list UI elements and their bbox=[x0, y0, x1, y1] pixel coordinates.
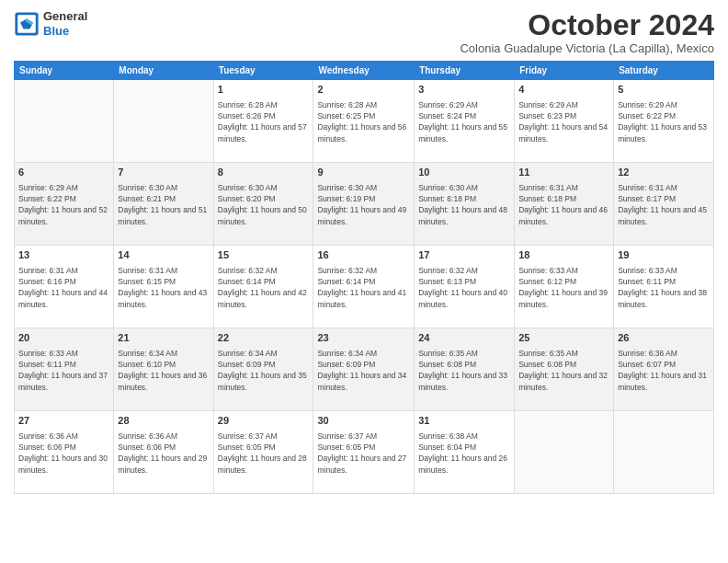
day-number: 1 bbox=[218, 83, 310, 97]
day-number: 26 bbox=[618, 331, 710, 345]
calendar: Sunday Monday Tuesday Wednesday Thursday… bbox=[14, 61, 714, 494]
logo-blue: Blue bbox=[43, 24, 87, 39]
logo-general: General bbox=[43, 9, 87, 24]
col-friday: Friday bbox=[515, 62, 614, 80]
table-row: 19Sunrise: 6:33 AMSunset: 6:11 PMDayligh… bbox=[614, 246, 714, 328]
day-info: Sunrise: 6:34 AMSunset: 6:10 PMDaylight:… bbox=[118, 348, 209, 393]
logo: General Blue bbox=[14, 9, 87, 38]
table-row: 27Sunrise: 6:36 AMSunset: 6:06 PMDayligh… bbox=[15, 411, 114, 494]
day-info: Sunrise: 6:28 AMSunset: 6:26 PMDaylight:… bbox=[218, 99, 310, 144]
day-number: 5 bbox=[618, 83, 710, 97]
day-number: 6 bbox=[18, 166, 109, 179]
day-number: 10 bbox=[418, 166, 510, 179]
table-row: 6Sunrise: 6:29 AMSunset: 6:22 PMDaylight… bbox=[15, 163, 114, 246]
table-row bbox=[15, 80, 114, 163]
day-number: 21 bbox=[118, 331, 209, 345]
col-thursday: Thursday bbox=[415, 62, 515, 80]
calendar-header-row: Sunday Monday Tuesday Wednesday Thursday… bbox=[15, 62, 714, 80]
day-info: Sunrise: 6:29 AMSunset: 6:22 PMDaylight:… bbox=[18, 182, 109, 227]
table-row: 18Sunrise: 6:33 AMSunset: 6:12 PMDayligh… bbox=[515, 246, 614, 328]
day-info: Sunrise: 6:32 AMSunset: 6:14 PMDaylight:… bbox=[317, 265, 410, 310]
table-row: 12Sunrise: 6:31 AMSunset: 6:17 PMDayligh… bbox=[614, 163, 714, 246]
month-title: October 2024 bbox=[460, 9, 714, 41]
header: General Blue October 2024 Colonia Guadal… bbox=[14, 9, 714, 55]
table-row: 28Sunrise: 6:36 AMSunset: 6:06 PMDayligh… bbox=[114, 411, 213, 494]
table-row: 1Sunrise: 6:28 AMSunset: 6:26 PMDaylight… bbox=[213, 80, 313, 163]
day-info: Sunrise: 6:35 AMSunset: 6:08 PMDaylight:… bbox=[418, 348, 510, 393]
day-number: 8 bbox=[218, 166, 310, 179]
day-number: 20 bbox=[18, 331, 109, 345]
day-number: 25 bbox=[518, 331, 609, 345]
table-row: 5Sunrise: 6:29 AMSunset: 6:22 PMDaylight… bbox=[614, 80, 714, 163]
table-row: 29Sunrise: 6:37 AMSunset: 6:05 PMDayligh… bbox=[213, 411, 313, 494]
day-info: Sunrise: 6:31 AMSunset: 6:18 PMDaylight:… bbox=[518, 182, 609, 227]
col-saturday: Saturday bbox=[614, 62, 714, 80]
day-number: 15 bbox=[218, 248, 310, 262]
day-info: Sunrise: 6:33 AMSunset: 6:11 PMDaylight:… bbox=[18, 348, 109, 393]
table-row: 9Sunrise: 6:30 AMSunset: 6:19 PMDaylight… bbox=[313, 163, 415, 246]
day-number: 29 bbox=[218, 414, 310, 428]
day-info: Sunrise: 6:28 AMSunset: 6:25 PMDaylight:… bbox=[317, 99, 410, 144]
table-row: 31Sunrise: 6:38 AMSunset: 6:04 PMDayligh… bbox=[415, 411, 515, 494]
day-number: 16 bbox=[317, 248, 410, 262]
page: General Blue October 2024 Colonia Guadal… bbox=[0, 0, 728, 563]
day-number: 3 bbox=[418, 83, 510, 97]
day-info: Sunrise: 6:36 AMSunset: 6:06 PMDaylight:… bbox=[18, 431, 109, 476]
col-monday: Monday bbox=[114, 62, 213, 80]
col-tuesday: Tuesday bbox=[213, 62, 313, 80]
day-number: 19 bbox=[618, 248, 710, 262]
table-row: 14Sunrise: 6:31 AMSunset: 6:15 PMDayligh… bbox=[114, 246, 213, 328]
day-number: 18 bbox=[518, 248, 609, 262]
day-number: 31 bbox=[418, 414, 510, 428]
calendar-week-row: 1Sunrise: 6:28 AMSunset: 6:26 PMDaylight… bbox=[15, 80, 714, 163]
table-row: 11Sunrise: 6:31 AMSunset: 6:18 PMDayligh… bbox=[515, 163, 614, 246]
calendar-week-row: 27Sunrise: 6:36 AMSunset: 6:06 PMDayligh… bbox=[15, 411, 714, 494]
day-info: Sunrise: 6:35 AMSunset: 6:08 PMDaylight:… bbox=[518, 348, 609, 393]
table-row bbox=[614, 411, 714, 494]
day-number: 2 bbox=[317, 83, 410, 97]
col-sunday: Sunday bbox=[15, 62, 114, 80]
day-number: 23 bbox=[317, 331, 410, 345]
day-info: Sunrise: 6:30 AMSunset: 6:21 PMDaylight:… bbox=[118, 182, 209, 227]
calendar-week-row: 6Sunrise: 6:29 AMSunset: 6:22 PMDaylight… bbox=[15, 163, 714, 246]
day-number: 24 bbox=[418, 331, 510, 345]
day-number: 13 bbox=[18, 248, 109, 262]
day-info: Sunrise: 6:32 AMSunset: 6:13 PMDaylight:… bbox=[418, 265, 510, 310]
table-row: 7Sunrise: 6:30 AMSunset: 6:21 PMDaylight… bbox=[114, 163, 213, 246]
day-number: 30 bbox=[317, 414, 410, 428]
table-row: 22Sunrise: 6:34 AMSunset: 6:09 PMDayligh… bbox=[213, 328, 313, 411]
table-row: 17Sunrise: 6:32 AMSunset: 6:13 PMDayligh… bbox=[415, 246, 515, 328]
table-row bbox=[515, 411, 614, 494]
day-number: 22 bbox=[218, 331, 310, 345]
day-number: 12 bbox=[618, 166, 710, 179]
day-info: Sunrise: 6:33 AMSunset: 6:11 PMDaylight:… bbox=[618, 265, 710, 310]
day-info: Sunrise: 6:29 AMSunset: 6:24 PMDaylight:… bbox=[418, 99, 510, 144]
table-row: 26Sunrise: 6:36 AMSunset: 6:07 PMDayligh… bbox=[614, 328, 714, 411]
day-info: Sunrise: 6:38 AMSunset: 6:04 PMDaylight:… bbox=[418, 431, 510, 476]
day-number: 11 bbox=[518, 166, 609, 179]
subtitle: Colonia Guadalupe Victoria (La Capilla),… bbox=[460, 41, 714, 55]
logo-text: General Blue bbox=[43, 9, 87, 38]
day-number: 28 bbox=[118, 414, 209, 428]
day-info: Sunrise: 6:31 AMSunset: 6:17 PMDaylight:… bbox=[618, 182, 710, 227]
table-row: 8Sunrise: 6:30 AMSunset: 6:20 PMDaylight… bbox=[213, 163, 313, 246]
table-row: 16Sunrise: 6:32 AMSunset: 6:14 PMDayligh… bbox=[313, 246, 415, 328]
day-info: Sunrise: 6:30 AMSunset: 6:20 PMDaylight:… bbox=[218, 182, 310, 227]
day-number: 14 bbox=[118, 248, 209, 262]
day-info: Sunrise: 6:31 AMSunset: 6:16 PMDaylight:… bbox=[18, 265, 109, 310]
table-row: 25Sunrise: 6:35 AMSunset: 6:08 PMDayligh… bbox=[515, 328, 614, 411]
table-row: 30Sunrise: 6:37 AMSunset: 6:05 PMDayligh… bbox=[313, 411, 415, 494]
table-row: 21Sunrise: 6:34 AMSunset: 6:10 PMDayligh… bbox=[114, 328, 213, 411]
day-info: Sunrise: 6:34 AMSunset: 6:09 PMDaylight:… bbox=[317, 348, 410, 393]
day-info: Sunrise: 6:30 AMSunset: 6:19 PMDaylight:… bbox=[317, 182, 410, 227]
day-info: Sunrise: 6:36 AMSunset: 6:07 PMDaylight:… bbox=[618, 348, 710, 393]
title-block: October 2024 Colonia Guadalupe Victoria … bbox=[460, 9, 714, 55]
day-info: Sunrise: 6:37 AMSunset: 6:05 PMDaylight:… bbox=[218, 431, 310, 476]
table-row: 13Sunrise: 6:31 AMSunset: 6:16 PMDayligh… bbox=[15, 246, 114, 328]
day-number: 9 bbox=[317, 166, 410, 179]
logo-icon bbox=[14, 11, 40, 37]
day-number: 7 bbox=[118, 166, 209, 179]
day-info: Sunrise: 6:37 AMSunset: 6:05 PMDaylight:… bbox=[317, 431, 410, 476]
table-row: 4Sunrise: 6:29 AMSunset: 6:23 PMDaylight… bbox=[515, 80, 614, 163]
day-info: Sunrise: 6:31 AMSunset: 6:15 PMDaylight:… bbox=[118, 265, 209, 310]
